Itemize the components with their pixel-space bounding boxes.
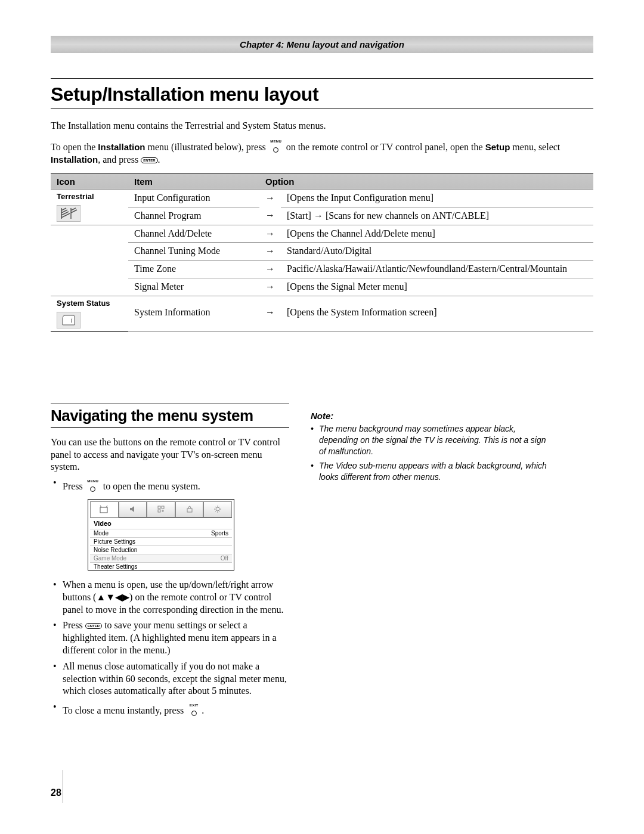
item-cell: System Information [128, 304, 259, 331]
osd-screenshot: Video ModeSports Picture Settings Noise … [88, 499, 234, 571]
nav-bullets: Press MENU to open the menu system. [51, 477, 289, 493]
intro-text: To open the Installation menu (illustrat… [51, 137, 593, 166]
item-cell: Channel Add/Delete [128, 225, 259, 243]
osd-row: Game ModeOff [90, 554, 232, 562]
body-text: You can use the buttons on the remote co… [51, 436, 289, 473]
osd-row: Picture Settings [90, 537, 232, 545]
option-cell: [Opens the Input Configuration menu] [281, 189, 593, 207]
item-cell: Channel Program [128, 207, 259, 225]
page-number: 28 [51, 788, 61, 798]
enter-button-icon: ENTER [141, 157, 157, 163]
rule [51, 78, 593, 79]
option-cell: Standard/Auto/Digital [281, 243, 593, 261]
item-cell: Signal Meter [128, 278, 259, 296]
table-row: Signal Meter → [Opens the Signal Meter m… [51, 278, 593, 296]
option-cell: [Opens the Signal Meter menu] [281, 278, 593, 296]
table-row: Channel Add/Delete → [Opens the Channel … [51, 225, 593, 243]
svg-rect-5 [162, 506, 164, 509]
nav-bullets-cont: When a menu is open, use the up/down/lef… [51, 579, 289, 717]
svg-rect-6 [158, 510, 160, 512]
table-row: Channel Program → [Start] → [Scans for n… [51, 207, 593, 225]
osd-tab-audio-icon [119, 501, 147, 517]
option-cell: [Opens the System Information screen] [281, 304, 593, 331]
arrow-icon: → [259, 278, 281, 296]
th-item: Item [128, 173, 259, 189]
label-setup: Setup [485, 142, 510, 152]
osd-tab-apps-icon [147, 501, 175, 517]
option-cell: [Start] → [Scans for new channels on ANT… [281, 207, 593, 225]
label-installation: Installation [98, 142, 145, 152]
item-cell: Input Configuration [128, 189, 259, 207]
th-icon: Icon [51, 173, 128, 189]
osd-row: ModeSports [90, 529, 232, 537]
option-cell: [Opens the Channel Add/Delete menu] [281, 225, 593, 243]
enter-button-icon: ENTER [85, 623, 102, 629]
list-item: Press ENTER to save your menu settings o… [53, 619, 289, 656]
arrow-icon: → [259, 189, 281, 207]
svg-rect-7 [187, 509, 192, 512]
item-cell: Channel Tuning Mode [128, 243, 259, 261]
th-option: Option [259, 173, 593, 189]
osd-heading: Video [90, 518, 232, 529]
svg-text:i: i [70, 316, 72, 324]
list-item: Press MENU to open the menu system. [53, 477, 289, 493]
arrow-icon: → [259, 207, 281, 225]
chapter-banner: Chapter 4: Menu layout and navigation [51, 36, 593, 53]
osd-row: Theater Settings [90, 562, 232, 571]
osd-tab-video-icon [90, 501, 119, 517]
group-terrestrial: Terrestrial [57, 192, 122, 202]
menu-button-icon: MENU [85, 479, 101, 490]
svg-rect-3 [100, 507, 107, 513]
svg-rect-0 [57, 205, 80, 222]
label-installation: Installation [51, 154, 98, 165]
svg-rect-4 [158, 506, 160, 509]
note-item: The Video sub-menu appears with a black … [311, 460, 549, 483]
intro-text: The Installation menu contains the Terre… [51, 119, 593, 132]
arrow-icon: → [259, 243, 281, 261]
list-item: All menus close automatically if you do … [53, 661, 289, 697]
table-row: System Status i [51, 296, 593, 303]
arrow-icon: → [259, 261, 281, 278]
item-cell: Time Zone [128, 261, 259, 278]
section-title: Navigating the menu system [51, 407, 289, 425]
installation-table: Icon Item Option Terrestrial Input Conf [51, 173, 593, 332]
osd-tab-lock-icon [175, 501, 204, 517]
table-row: Terrestrial Input Configuration → [Opens… [51, 189, 593, 207]
antenna-icon [57, 204, 80, 222]
svg-point-8 [216, 507, 219, 511]
osd-row: Noise Reduction [90, 545, 232, 554]
table-row: System Information → [Opens the System I… [51, 304, 593, 331]
list-item: When a menu is open, use the up/down/lef… [53, 579, 289, 616]
osd-tab-setup-icon [203, 501, 232, 517]
rule [51, 108, 593, 108]
table-row: Channel Tuning Mode → Standard/Auto/Digi… [51, 243, 593, 261]
arrow-icon: → [259, 304, 281, 331]
info-icon: i [57, 311, 80, 329]
page-title: Setup/Installation menu layout [51, 83, 593, 106]
arrow-icon: → [259, 225, 281, 243]
group-system-status: System Status [57, 299, 122, 309]
margin-rule [63, 770, 63, 803]
note-item: The menu background may sometimes appear… [311, 423, 549, 457]
note-list: The menu background may sometimes appear… [311, 423, 549, 483]
exit-button-icon: EXIT [186, 703, 202, 714]
list-item: To close a menu instantly, press EXIT. [53, 701, 289, 717]
table-row: Time Zone → Pacific/Alaska/Hawaii/Atlant… [51, 261, 593, 278]
note-heading: Note: [311, 411, 549, 421]
option-cell: Pacific/Alaska/Hawaii/Atlantic/Newfoundl… [281, 261, 593, 278]
menu-button-icon: MENU [268, 139, 284, 150]
